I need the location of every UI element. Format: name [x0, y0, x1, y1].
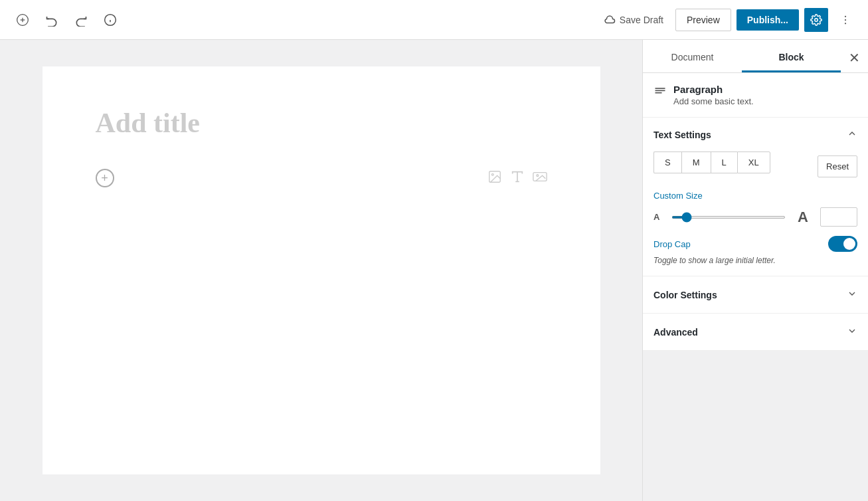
- save-draft-label: Save Draft: [620, 15, 663, 25]
- toolbar-left: [11, 8, 122, 32]
- text-settings-toggle[interactable]: Text Settings: [643, 118, 868, 151]
- add-block-button[interactable]: +: [96, 169, 114, 187]
- preview-button[interactable]: Preview: [675, 9, 731, 31]
- info-button[interactable]: [98, 8, 122, 32]
- sidebar: Document Block ✕ Paragraph Add some basi…: [642, 40, 868, 501]
- reset-button[interactable]: Reset: [818, 155, 857, 177]
- svg-point-7: [845, 15, 846, 17]
- text-format-icon[interactable]: [510, 169, 525, 187]
- tab-block[interactable]: Block: [742, 43, 841, 72]
- drop-cap-label: Drop Cap: [653, 239, 691, 249]
- drop-cap-description: Toggle to show a large initial letter.: [653, 256, 857, 265]
- block-row: +: [96, 166, 547, 190]
- main-layout: Add title +: [0, 40, 868, 501]
- text-settings-title: Text Settings: [653, 130, 711, 140]
- size-s-button[interactable]: S: [653, 151, 681, 173]
- wide-image-icon[interactable]: [533, 169, 547, 187]
- toolbar-right: Save Draft Preview Publish...: [597, 8, 857, 32]
- advanced-title: Advanced: [653, 327, 698, 338]
- size-row: S M L XL Reset: [653, 151, 857, 181]
- color-settings-panel: Color Settings: [643, 276, 868, 314]
- tab-document[interactable]: Document: [643, 43, 742, 72]
- editor-area: Add title +: [0, 40, 642, 501]
- block-info-text: Paragraph Add some basic text.: [673, 84, 754, 106]
- block-description: Add some basic text.: [673, 96, 754, 106]
- size-buttons: S M L XL: [653, 151, 770, 173]
- font-size-slider-row: A A: [653, 207, 857, 227]
- svg-point-8: [845, 19, 846, 20]
- svg-point-15: [536, 175, 538, 177]
- settings-button[interactable]: [804, 8, 828, 32]
- image-icon[interactable]: [487, 169, 502, 187]
- redo-button[interactable]: [69, 8, 93, 32]
- block-name: Paragraph: [673, 84, 754, 95]
- size-m-button[interactable]: M: [681, 151, 711, 173]
- color-settings-toggle[interactable]: Color Settings: [643, 276, 868, 313]
- drop-cap-row: Drop Cap: [653, 236, 857, 252]
- editor-canvas: Add title +: [43, 66, 600, 474]
- sidebar-bottom-area: [643, 351, 868, 501]
- undo-button[interactable]: [40, 8, 64, 32]
- text-settings-chevron: [847, 128, 857, 141]
- svg-point-9: [845, 23, 846, 24]
- font-size-slider[interactable]: [671, 216, 786, 219]
- advanced-toggle[interactable]: Advanced: [643, 314, 868, 350]
- save-draft-button[interactable]: Save Draft: [597, 10, 670, 30]
- font-size-small-label: A: [653, 212, 659, 222]
- custom-size-label: Custom Size: [653, 191, 857, 201]
- svg-point-11: [491, 174, 493, 176]
- svg-rect-14: [533, 173, 546, 181]
- add-block-toolbar-button[interactable]: [11, 8, 35, 32]
- advanced-chevron-icon: [847, 326, 857, 338]
- size-l-button[interactable]: L: [711, 151, 737, 173]
- toolbar: Save Draft Preview Publish...: [0, 0, 868, 40]
- advanced-panel: Advanced: [643, 314, 868, 351]
- text-settings-body: S M L XL Reset Custom Size A A: [643, 151, 868, 276]
- color-settings-chevron-icon: [847, 288, 857, 301]
- paragraph-icon: [653, 85, 667, 101]
- color-settings-title: Color Settings: [653, 290, 717, 300]
- size-xl-button[interactable]: XL: [737, 151, 770, 173]
- svg-point-6: [815, 18, 818, 21]
- title-placeholder[interactable]: Add title: [96, 106, 547, 140]
- sidebar-tabs: Document Block ✕: [643, 40, 868, 73]
- close-sidebar-button[interactable]: ✕: [841, 43, 868, 72]
- font-size-large-label: A: [798, 209, 808, 226]
- font-size-input[interactable]: [820, 207, 857, 227]
- text-settings-panel: Text Settings S M L XL Reset: [643, 118, 868, 276]
- block-info: Paragraph Add some basic text.: [643, 73, 868, 118]
- block-toolbar-icons: [487, 169, 547, 187]
- drop-cap-toggle[interactable]: [828, 236, 857, 252]
- publish-button[interactable]: Publish...: [737, 9, 799, 31]
- more-options-button[interactable]: [833, 8, 857, 32]
